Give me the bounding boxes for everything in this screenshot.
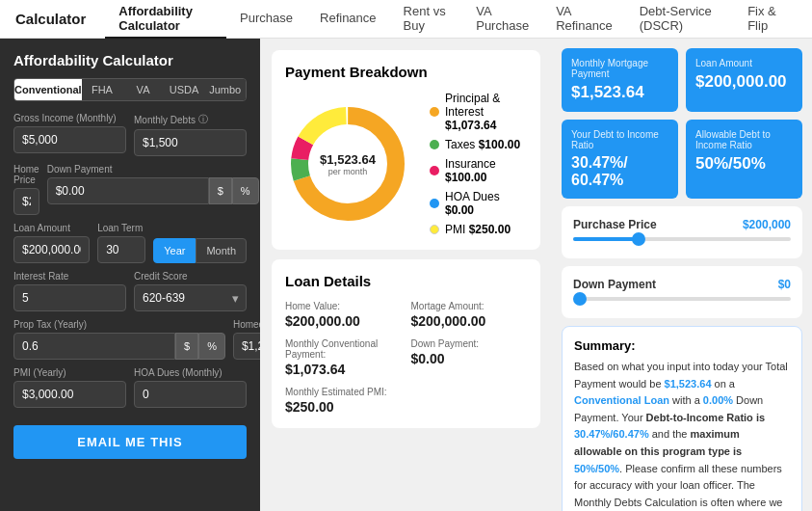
summary-card: Summary: Based on what you input into to… — [562, 326, 802, 511]
purchase-price-value: $200,000 — [743, 218, 791, 231]
legend-label-hoa: HOA Dues $0.00 — [445, 190, 527, 217]
donut-sub: per month — [320, 167, 376, 176]
legend-dot-pi — [430, 107, 439, 117]
homeowners-ins-label: Homeowners Insurance (Yearly) — [233, 319, 260, 330]
legend-label-pmi: PMI $250.00 — [445, 223, 511, 236]
nav-fix-flip[interactable]: Fix & Flip — [734, 0, 797, 39]
legend-label-pi: Principal & Interest $1,073.64 — [445, 92, 527, 132]
pmi-input[interactable] — [13, 381, 126, 408]
summary-dti: 30.47%/60.47% — [574, 428, 649, 440]
down-payment-percent-btn[interactable]: % — [232, 177, 259, 204]
nav-va-purchase[interactable]: VA Purchase — [462, 0, 542, 39]
loan-amount-label: Loan Amount — [13, 223, 90, 233]
center-content: Payment Breakdown — [260, 39, 552, 511]
summary-max-dti: 50%/50% — [574, 463, 619, 474]
home-price-label: Home Price — [13, 164, 39, 185]
info-icon: ⓘ — [198, 113, 208, 126]
nav-va-refinance[interactable]: VA Refinance — [542, 0, 626, 39]
legend-dot-pmi — [430, 225, 439, 234]
purchase-price-slider-thumb[interactable] — [632, 232, 645, 246]
purchase-price-section: Purchase Price $200,000 — [562, 206, 802, 258]
donut-chart: $1,523.64 per month — [285, 101, 410, 227]
down-payment-section: Down Payment $0 — [562, 266, 802, 318]
down-payment-slider-thumb[interactable] — [573, 292, 587, 306]
dti-card: Your Debt to Income Ratio 30.47%/ 60.47% — [562, 120, 678, 199]
down-payment-label: Down Payment — [47, 164, 259, 175]
allowable-dti-card: Allowable Debt to Income Ratio 50%/50% — [686, 120, 802, 199]
legend-item: Insurance $100.00 — [430, 157, 527, 184]
term-year-btn[interactable]: Year — [153, 238, 196, 263]
loan-detail-monthly-payment: Monthly Conventional Payment: $1,073.64 — [285, 338, 402, 377]
monthly-debts-label: Monthly Debts ⓘ — [134, 113, 247, 126]
monthly-debts-input[interactable] — [134, 129, 247, 156]
home-price-input[interactable] — [13, 188, 39, 215]
legend-dot-hoa — [430, 199, 439, 208]
interest-rate-label: Interest Rate — [13, 271, 126, 282]
donut-total: $1,523.64 — [320, 152, 376, 167]
tab-jumbo[interactable]: Jumbo — [204, 79, 246, 100]
term-month-btn[interactable]: Month — [196, 238, 247, 263]
loan-type-tabs: Conventional FHA VA USDA Jumbo — [13, 78, 247, 101]
nav-refinance[interactable]: Refinance — [306, 0, 390, 39]
sidebar-title: Affordability Calculator — [13, 52, 247, 68]
loan-details-card: Loan Details Home Value: $200,000.00 Mor… — [272, 259, 540, 428]
loan-detail-mortgage-amount: Mortage Amount: $200,000.00 — [411, 301, 528, 329]
tab-usda[interactable]: USDA — [164, 79, 205, 100]
tab-conventional[interactable]: Conventional — [14, 79, 82, 100]
summary-payment: $1,523.64 — [665, 378, 712, 390]
purchase-price-slider-track[interactable] — [573, 237, 791, 241]
prop-tax-percent-btn[interactable]: % — [198, 333, 225, 360]
nav-affordability[interactable]: Affordability Calculator — [105, 0, 226, 39]
loan-detail-pmi: Monthly Estimated PMI: $250.00 — [285, 387, 402, 415]
monthly-payment-card: Monthly Mortgage Payment $1,523.64 — [562, 48, 678, 112]
tab-fha[interactable]: FHA — [82, 79, 123, 100]
legend-item: Principal & Interest $1,073.64 — [430, 92, 527, 132]
pmi-label: PMI (Yearly) — [13, 367, 126, 378]
loan-detail-down-payment: Down Payment: $0.00 — [411, 338, 528, 377]
main-nav: Affordability Calculator Purchase Refina… — [105, 0, 797, 39]
legend-dot-ins — [430, 166, 439, 175]
loan-term-label: Loan Term — [97, 223, 247, 233]
credit-score-select[interactable]: 620-639 640-659 660-679 680-699 700-719 … — [134, 284, 247, 311]
email-btn[interactable]: EMAIL ME THIS — [13, 425, 247, 459]
nav-purchase[interactable]: Purchase — [226, 0, 306, 39]
interest-rate-input[interactable] — [13, 284, 126, 311]
summary-title: Summary: — [574, 338, 790, 353]
loan-amount-card: Loan Amount $200,000.00 — [686, 48, 802, 112]
legend-dot-tax — [430, 140, 439, 149]
loan-amount-input[interactable] — [13, 236, 90, 263]
nav-dscr[interactable]: Debt-Service (DSCR) — [626, 0, 734, 39]
hoa-input[interactable] — [134, 381, 247, 408]
summary-loan-type: Conventional Loan — [574, 394, 669, 406]
summary-down-pct: 0.00% — [703, 394, 733, 406]
homeowners-ins-input[interactable] — [233, 333, 260, 360]
tab-va[interactable]: VA — [122, 79, 164, 100]
loan-term-input[interactable] — [97, 236, 145, 263]
legend-item: Taxes $100.00 — [430, 138, 527, 151]
prop-tax-label: Prop Tax (Yearly) — [13, 319, 225, 330]
loan-detail-home-value: Home Value: $200,000.00 — [285, 301, 402, 329]
legend-label-tax: Taxes $100.00 — [445, 138, 520, 151]
gross-income-input[interactable] — [13, 126, 126, 153]
app-logo: Calculator — [15, 11, 86, 27]
down-payment-input[interactable] — [47, 177, 209, 204]
legend-label-ins: Insurance $100.00 — [445, 157, 527, 184]
down-payment-label: Down Payment — [573, 278, 656, 291]
payment-breakdown-card: Payment Breakdown — [272, 50, 540, 250]
purchase-price-label: Purchase Price — [573, 218, 657, 231]
prop-tax-dollar-btn[interactable]: $ — [175, 333, 198, 360]
nav-rent-vs-buy[interactable]: Rent vs Buy — [390, 0, 463, 39]
gross-income-label: Gross Income (Monthly) — [13, 113, 126, 123]
prop-tax-input[interactable] — [13, 333, 175, 360]
loan-details-title: Loan Details — [285, 273, 527, 289]
credit-score-label: Credit Score — [134, 271, 247, 282]
legend-item: PMI $250.00 — [430, 223, 527, 236]
purchase-price-slider-fill — [573, 237, 639, 241]
down-payment-slider-track[interactable] — [573, 297, 791, 301]
down-payment-value: $0 — [778, 278, 791, 291]
legend: Principal & Interest $1,073.64 Taxes $10… — [430, 92, 527, 236]
summary-text: Based on what you input into today your … — [574, 359, 790, 511]
down-payment-dollar-btn[interactable]: $ — [209, 177, 232, 204]
legend-item: HOA Dues $0.00 — [430, 190, 527, 217]
right-panel: Monthly Mortgage Payment $1,523.64 Loan … — [552, 39, 812, 511]
